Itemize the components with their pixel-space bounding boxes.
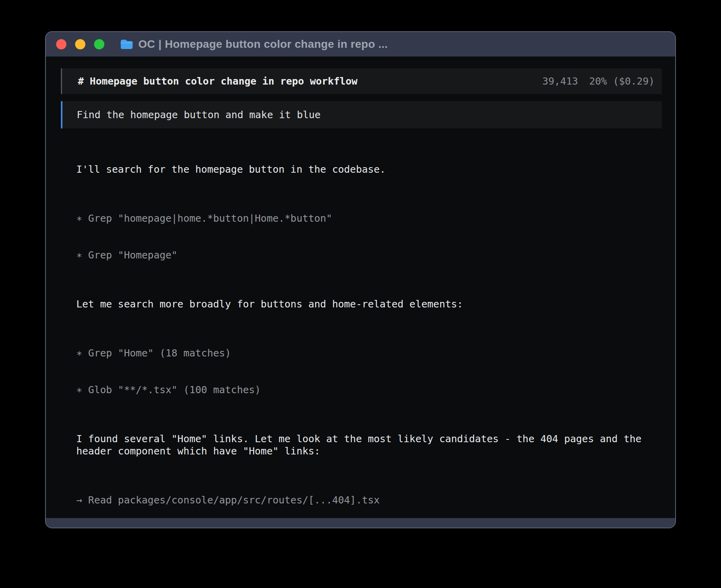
window-controls	[56, 39, 104, 49]
context-cost: 20% ($0.29)	[589, 75, 655, 87]
conversation: I'll search for the homepage button in t…	[76, 163, 662, 518]
user-message-text: Find the homepage button and make it blu…	[77, 109, 321, 121]
window-bottom-bar	[46, 518, 675, 528]
window-title: OC | Homepage button color change in rep…	[138, 38, 388, 51]
user-message: Find the homepage button and make it blu…	[61, 101, 662, 128]
session-stats: 39,413 20% ($0.29)	[542, 75, 655, 87]
tool-call-grep: ∗ Grep "Homepage"	[76, 249, 662, 261]
tool-call-grep: ∗ Grep "Home" (18 matches)	[76, 347, 662, 359]
session-title: # Homepage button color change in repo w…	[78, 75, 357, 87]
close-button[interactable]	[56, 39, 66, 49]
terminal-content: # Homepage button color change in repo w…	[46, 57, 675, 518]
tool-call-grep: ∗ Grep "homepage|home.*button|Home.*butt…	[76, 212, 662, 224]
folder-icon	[120, 39, 133, 49]
session-header: # Homepage button color change in repo w…	[61, 68, 662, 94]
zoom-button[interactable]	[94, 39, 104, 49]
tool-call-group: ∗ Grep "Home" (18 matches) ∗ Glob "**/*.…	[76, 322, 662, 420]
tool-call-read: → Read packages/console/app/src/routes/[…	[76, 494, 662, 506]
tool-call-glob: ∗ Glob "**/*.tsx" (100 matches)	[76, 384, 662, 396]
minimize-button[interactable]	[75, 39, 85, 49]
token-count: 39,413	[542, 75, 578, 87]
window-titlebar[interactable]: OC | Homepage button color change in rep…	[46, 32, 675, 57]
assistant-message: Let me search more broadly for buttons a…	[76, 298, 662, 310]
tool-call-group: → Read packages/console/app/src/routes/[…	[76, 469, 662, 518]
assistant-message: I'll search for the homepage button in t…	[76, 163, 662, 175]
assistant-message: I found several "Home" links. Let me loo…	[76, 433, 662, 457]
tool-call-group: ∗ Grep "homepage|home.*button|Home.*butt…	[76, 188, 662, 286]
terminal-window: OC | Homepage button color change in rep…	[45, 31, 676, 528]
